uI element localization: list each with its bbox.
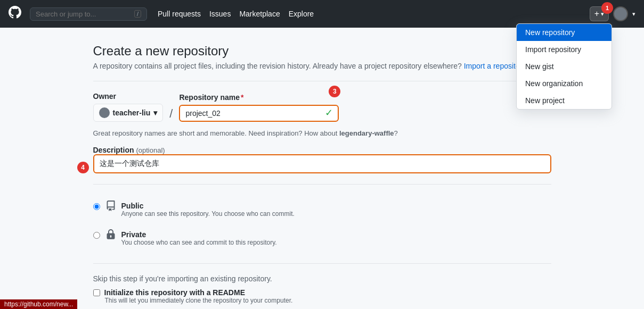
form-divider: [93, 81, 551, 81]
repo-name-group: Repository name* ✓: [179, 93, 333, 122]
slash-badge: /: [134, 10, 141, 18]
plus-icon: +: [594, 9, 599, 19]
name-suggestion: Great repository names are short and mem…: [93, 129, 551, 137]
github-logo[interactable]: [9, 6, 21, 22]
dropdown-new-project[interactable]: New project: [517, 92, 612, 109]
required-indicator: *: [241, 93, 243, 102]
avatar-dropdown-arrow[interactable]: ▾: [632, 11, 635, 18]
nav-explore[interactable]: Explore: [289, 10, 314, 18]
description-group: 4 Description (optional): [93, 146, 551, 173]
description-label: Description (optional): [93, 146, 165, 154]
new-item-dropdown: 2 New repository Import repository New g…: [516, 23, 612, 110]
optional-label: (optional): [136, 146, 165, 154]
private-desc: You choose who can see and commit to thi…: [121, 239, 277, 246]
readme-label[interactable]: Initialize this repository with a README: [93, 288, 551, 297]
suggested-name: legendary-waffle: [339, 129, 394, 137]
navbar: / Pull requests Issues Marketplace Explo…: [0, 0, 644, 28]
public-desc: Anyone can see this repository. You choo…: [121, 210, 295, 218]
navbar-right: 1 + ▾ ▾: [590, 6, 635, 21]
annotation-1: 1: [601, 2, 613, 14]
lock-icon: [105, 229, 116, 243]
annotation-3: 3: [329, 86, 340, 97]
dropdown-import-repository[interactable]: Import repository: [517, 41, 612, 58]
owner-group: Owner teacher-liu ▾: [93, 92, 164, 122]
search-bar[interactable]: /: [30, 7, 147, 21]
private-option: Private You choose who can see and commi…: [93, 224, 551, 253]
init-divider: [93, 263, 551, 264]
main-content: Create a new repository A repository con…: [83, 28, 562, 309]
visibility-divider: [93, 184, 551, 185]
public-icon: [105, 201, 116, 214]
plus-btn-wrapper: 1 + ▾: [590, 6, 609, 21]
user-avatar[interactable]: [613, 6, 628, 21]
skip-text: Skip this step if you're importing an ex…: [93, 274, 551, 283]
owner-avatar-icon: [99, 107, 110, 118]
nav-links: Pull requests Issues Marketplace Explore: [158, 10, 314, 18]
search-input[interactable]: [36, 10, 134, 18]
readme-checkbox[interactable]: [93, 289, 100, 296]
validation-check-icon: ✓: [325, 107, 333, 119]
status-bar: https://github.com/new...: [0, 299, 77, 309]
public-radio[interactable]: [93, 203, 100, 210]
annotation-4: 4: [77, 162, 89, 173]
dropdown-new-gist[interactable]: New gist: [517, 58, 612, 75]
owner-select[interactable]: teacher-liu ▾: [93, 104, 164, 122]
dropdown-new-repository[interactable]: New repository: [517, 24, 612, 41]
readme-checkbox-group: Initialize this repository with a README…: [93, 288, 551, 304]
owner-value: teacher-liu: [113, 108, 151, 117]
public-title: Public: [121, 202, 295, 210]
private-radio[interactable]: [93, 232, 100, 239]
repo-name-input[interactable]: [179, 105, 339, 122]
owner-dropdown-arrow: ▾: [153, 108, 157, 117]
public-option: Public Anyone can see this repository. Y…: [93, 195, 551, 224]
page-subtitle: A repository contains all project files,…: [93, 62, 551, 70]
path-separator: /: [169, 107, 173, 122]
owner-label: Owner: [93, 92, 164, 101]
owner-repo-row: Owner teacher-liu ▾ / Repository name* ✓: [93, 92, 333, 122]
nav-pull-requests[interactable]: Pull requests: [158, 10, 201, 18]
nav-marketplace[interactable]: Marketplace: [239, 10, 280, 18]
readme-desc: This will let you immediately clone the …: [105, 297, 551, 304]
private-title: Private: [121, 230, 277, 239]
dropdown-new-organization[interactable]: New organization: [517, 75, 612, 92]
description-input[interactable]: [93, 154, 551, 173]
page-title: Create a new repository: [93, 44, 551, 59]
private-content: Private You choose who can see and commi…: [121, 230, 277, 246]
visibility-group: Public Anyone can see this repository. Y…: [93, 195, 551, 253]
nav-issues[interactable]: Issues: [209, 10, 231, 18]
public-content: Public Anyone can see this repository. Y…: [121, 202, 295, 218]
repo-name-label: Repository name*: [179, 93, 333, 102]
